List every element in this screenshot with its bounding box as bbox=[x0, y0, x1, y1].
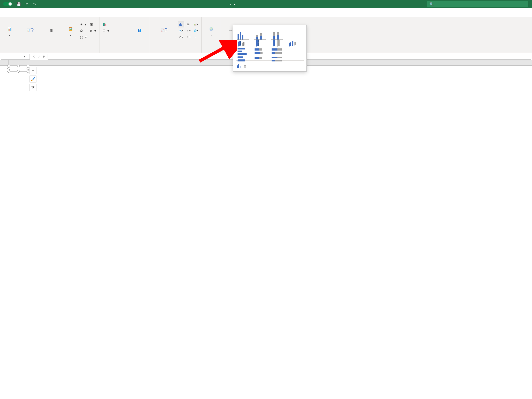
combo-chart-dropdown[interactable]: 📊 ▾ bbox=[193, 22, 199, 27]
screenshot-icon: ⧉ bbox=[90, 29, 92, 33]
bar-chart-dropdown[interactable]: ▤ ▾ bbox=[185, 22, 192, 27]
group-addins: 🛍️ ✇ ▾ 👥 bbox=[99, 17, 149, 53]
resize-handle[interactable] bbox=[27, 65, 29, 67]
smartart-icon: ▣ bbox=[90, 23, 93, 26]
group-charts: 📈? ▾ 📉 ▾ ◔ ▾ ▤ ▾ ▲ ▾ ⁘ ▾ 📊 ▾ 🌐 ▾ ⋯ bbox=[149, 17, 202, 53]
more-charts-icon[interactable]: ⋯ bbox=[193, 34, 199, 40]
cancel-icon[interactable]: ✕ bbox=[32, 55, 35, 59]
svg-rect-14 bbox=[277, 32, 279, 35]
svg-marker-44 bbox=[238, 60, 245, 61]
table-icon: ▦ bbox=[47, 26, 55, 35]
svg-marker-17 bbox=[238, 41, 240, 47]
area-chart-dropdown[interactable]: ▲ ▾ bbox=[185, 28, 192, 34]
pivottable-icon: 📊 bbox=[5, 25, 14, 33]
addin-people-icon[interactable]: 👥 bbox=[132, 18, 147, 43]
svg-marker-42 bbox=[238, 57, 243, 58]
stacked-100-bar-3d[interactable] bbox=[271, 54, 283, 64]
recommended-charts-button[interactable]: 📈? bbox=[151, 18, 177, 43]
svg-marker-43 bbox=[238, 59, 246, 60]
svg-rect-0 bbox=[179, 24, 180, 26]
svg-rect-38 bbox=[277, 48, 282, 51]
svg-marker-50 bbox=[275, 60, 282, 61]
fx-icon[interactable]: fx bbox=[43, 55, 45, 59]
recommended-pivottables-button[interactable]: 📊? bbox=[18, 18, 43, 43]
my-addins-button[interactable]: ✇ ▾ bbox=[102, 28, 131, 34]
svg-marker-29 bbox=[294, 42, 296, 45]
search-icon: 🔍 bbox=[429, 2, 434, 6]
title-bar: 💾 ↶ ↷ - ▾ 🔍 bbox=[0, 0, 532, 8]
3d-map-button[interactable]: 🌍 ▾ bbox=[204, 18, 219, 43]
store-icon: 🛍️ bbox=[103, 23, 107, 26]
resize-handle[interactable] bbox=[7, 67, 10, 70]
group-illustrations: 🖼️ ▾ ✦ ▾ ✪ ⬚ ▾ ▣ ⧉ ▾ bbox=[61, 17, 99, 53]
save-icon[interactable]: 💾 bbox=[16, 1, 21, 7]
group-tables: 📊 ▾ 📊? ▦ bbox=[0, 17, 61, 53]
svg-marker-47 bbox=[272, 57, 277, 58]
shapes-button[interactable]: ✦ ▾ bbox=[79, 22, 88, 27]
worksheet: ＋ 🖌️ ⧩ bbox=[0, 60, 532, 399]
quick-access-toolbar: 💾 ↶ ↷ bbox=[16, 1, 37, 7]
pictures-button[interactable]: 🖼️ ▾ bbox=[63, 18, 78, 43]
formula-controls: ✕ ✓ fx bbox=[32, 55, 45, 59]
chart-object[interactable]: ＋ 🖌️ ⧩ bbox=[9, 66, 28, 72]
resize-handle[interactable] bbox=[27, 67, 29, 70]
svg-rect-51 bbox=[237, 65, 238, 68]
globe-icon: 🌍 bbox=[207, 25, 215, 33]
enter-icon[interactable]: ✓ bbox=[38, 55, 40, 59]
stacked-bar-3d[interactable] bbox=[254, 54, 266, 64]
svg-marker-48 bbox=[277, 57, 282, 58]
search-input[interactable] bbox=[435, 2, 526, 6]
3d-models-button[interactable]: ⬚ ▾ bbox=[79, 34, 88, 40]
search-bar[interactable]: 🔍 bbox=[427, 1, 528, 7]
svg-marker-18 bbox=[240, 41, 241, 46]
ribbon-insert: 📊 ▾ 📊? ▦ 🖼️ ▾ ✦ ▾ ✪ ⬚ ▾ bbox=[0, 17, 532, 53]
redo-icon[interactable]: ↷ bbox=[32, 1, 37, 7]
select-all-corner[interactable] bbox=[0, 60, 9, 65]
svg-rect-8 bbox=[256, 35, 258, 37]
column-chart-dropdown[interactable]: ▾ bbox=[178, 22, 184, 27]
chart-elements-button[interactable]: ＋ bbox=[30, 67, 36, 74]
get-addins-button[interactable]: 🛍️ bbox=[102, 22, 131, 27]
svg-marker-26 bbox=[277, 40, 280, 47]
pictures-icon: 🖼️ bbox=[66, 25, 75, 33]
shapes-icon: ✦ bbox=[80, 23, 83, 26]
group-sparklines: 🌍 ▾ bbox=[202, 17, 221, 53]
line-chart-dropdown[interactable]: 📉 ▾ bbox=[178, 28, 184, 34]
recommended-pivottables-icon: 📊? bbox=[26, 26, 35, 35]
chart-filter-button[interactable]: ⧩ bbox=[30, 84, 36, 91]
svg-rect-37 bbox=[272, 48, 277, 51]
resize-handle[interactable] bbox=[7, 65, 10, 67]
svg-marker-25 bbox=[273, 40, 275, 47]
svg-rect-12 bbox=[273, 32, 275, 36]
svg-marker-27 bbox=[289, 42, 291, 47]
pivottable-button[interactable]: 📊 ▾ bbox=[2, 18, 17, 43]
column-3d[interactable] bbox=[288, 38, 300, 48]
document-title: - ▾ bbox=[37, 2, 427, 6]
smartart-button[interactable]: ▣ bbox=[89, 22, 97, 27]
map-chart-dropdown[interactable]: 🌐 ▾ bbox=[193, 28, 199, 34]
resize-handle[interactable] bbox=[17, 70, 20, 73]
icons-button[interactable]: ✪ bbox=[79, 28, 88, 34]
cube-icon: ⬚ bbox=[80, 35, 83, 39]
undo-icon[interactable]: ↶ bbox=[24, 1, 29, 7]
chart-styles-button[interactable]: 🖌️ bbox=[30, 76, 36, 82]
svg-marker-41 bbox=[238, 56, 243, 57]
svg-marker-46 bbox=[259, 57, 262, 59]
pie-chart-dropdown[interactable]: ◔ ▾ bbox=[178, 34, 184, 40]
addins-icon: ✇ bbox=[103, 29, 105, 33]
table-button[interactable]: ▦ bbox=[44, 18, 59, 43]
clustered-bar-3d[interactable] bbox=[237, 54, 249, 64]
icons-icon: ✪ bbox=[80, 29, 83, 33]
screenshot-button[interactable]: ⧉ ▾ bbox=[89, 28, 97, 34]
svg-marker-45 bbox=[255, 57, 259, 59]
scatter-chart-dropdown[interactable]: ⁘ ▾ bbox=[185, 34, 192, 40]
resize-handle[interactable] bbox=[17, 65, 20, 67]
svg-marker-49 bbox=[272, 60, 275, 61]
resize-handle[interactable] bbox=[27, 70, 29, 73]
resize-handle[interactable] bbox=[7, 70, 10, 73]
autosave-toggle[interactable] bbox=[3, 2, 12, 6]
name-box-input[interactable] bbox=[1, 55, 22, 59]
name-box[interactable]: ▾ bbox=[1, 54, 30, 60]
column-chart-menu: M bbox=[233, 25, 307, 72]
name-box-dropdown[interactable]: ▾ bbox=[22, 54, 26, 59]
